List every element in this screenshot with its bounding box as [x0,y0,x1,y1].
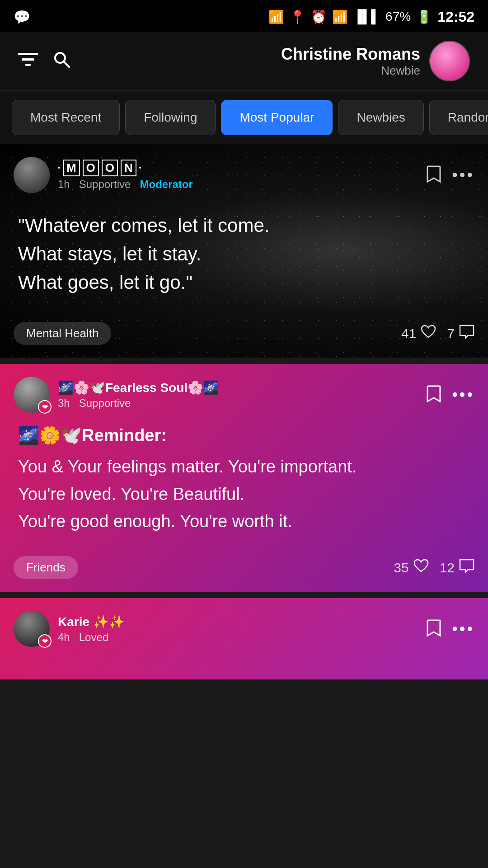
header-nav-icons [18,50,70,72]
post-2-username: 🌌🌸🕊️Fearless Soul🌸🌌 [58,380,219,395]
wifi-icon: 📶 [332,9,348,24]
svg-rect-1 [22,58,34,61]
location-icon: 📍 [290,9,305,24]
post-2-reminder-header: 🌌🌼🕊️Reminder: [18,422,470,449]
user-avatar[interactable] [429,41,470,81]
post-1-comments[interactable]: 7 [447,325,474,342]
post-1-moderator-badge: Moderator [140,178,192,190]
post-2-comment-icon [459,559,474,576]
post-3-meta: 4h Loved [58,631,125,644]
post-1-comment-icon [459,325,474,342]
header-username: Christine Romans [281,45,420,64]
post-2-actions: ••• [427,385,474,404]
signal-bars: ▐▌▌ [353,9,380,24]
sim-icon: 📶 [268,9,284,24]
post-3: ❤ Karie ✨✨ 4h Loved [0,598,488,679]
svg-rect-0 [18,53,38,55]
tab-newbies[interactable]: Newbies [338,100,423,135]
post-1-likes[interactable]: 41 [401,325,436,342]
post-2-line-2: You're loved. You're Beautiful. [18,481,470,508]
app-header: Christine Romans Newbie [0,32,488,91]
svg-rect-2 [25,64,31,66]
post-3-more-icon[interactable]: ••• [452,619,474,638]
post-1-more-icon[interactable]: ••• [452,165,474,184]
post-2-tag[interactable]: Friends [14,556,78,579]
post-2-line-1: You & Your feelings matter. You're impor… [18,453,470,481]
post-1-actions: ••• [427,165,474,184]
post-2-meta: 3h Supportive [58,397,219,410]
status-left: 💬 [14,9,30,25]
search-icon[interactable] [52,50,70,72]
header-user-info: Christine Romans Newbie [281,41,470,81]
post-2-line-3: You're good enough. You're worth it. [18,508,470,535]
post-1-comment-count: 7 [447,326,455,341]
post-3-actions: ••• [427,619,474,638]
post-1-avatar[interactable] [14,157,50,193]
post-2-more-icon[interactable]: ••• [452,385,474,404]
alarm-icon: ⏰ [311,9,327,24]
post-3-author: ❤ Karie ✨✨ 4h Loved [14,611,125,647]
post-2-likes[interactable]: 35 [394,559,428,576]
post-1-author: • M O O N • 1h Supportive Mode [14,157,193,193]
post-2-heart-badge: ❤ [38,400,52,414]
post-1-meta: 1h Supportive Moderator [58,178,193,191]
post-3-heart-badge: ❤ [38,634,52,648]
post-2-heart-icon [413,559,429,576]
tab-random[interactable]: Random [429,100,488,135]
post-2-comment-count: 12 [440,560,455,576]
post-1-quote: "Whatever comes, let it come. What stays… [0,198,488,315]
battery-percent: 67% [385,9,411,24]
post-1-like-count: 41 [401,326,416,341]
post-3-username: Karie ✨✨ [58,614,125,629]
post-1-header: • M O O N • 1h Supportive Mode [0,144,488,198]
post-2-header: ❤ 🌌🌸🕊️Fearless Soul🌸🌌 3h Supportive [0,364,488,417]
post-3-header: ❤ Karie ✨✨ 4h Loved [0,598,488,651]
tab-most-popular[interactable]: Most Popular [221,100,333,135]
post-1: • M O O N • 1h Supportive Mode [0,144,488,358]
post-1-footer: Mental Health 41 7 [0,315,488,358]
post-1-tag[interactable]: Mental Health [14,322,111,345]
status-right: 📶 📍 ⏰ 📶 ▐▌▌ 67% 🔋 12:52 [268,9,474,25]
header-badge: Newbie [281,64,420,78]
post-2-stats: 35 12 [394,559,474,576]
whatsapp-icon: 💬 [14,9,30,25]
post-1-bookmark-icon[interactable] [427,165,441,184]
post-2-like-count: 35 [394,560,408,576]
post-1-stats: 41 7 [401,325,474,342]
post-2-comments[interactable]: 12 [440,559,474,576]
post-2-body: 🌌🌼🕊️Reminder: You & Your feelings matter… [0,417,488,549]
svg-line-4 [64,61,69,67]
post-2: ❤ 🌌🌸🕊️Fearless Soul🌸🌌 3h Supportive [0,364,488,592]
status-bar: 💬 📶 📍 ⏰ 📶 ▐▌▌ 67% 🔋 12:52 [0,0,488,32]
status-time: 12:52 [437,9,474,25]
post-1-username: • M O O N • [58,160,193,176]
filter-icon[interactable] [18,51,38,71]
post-2-author: ❤ 🌌🌸🕊️Fearless Soul🌸🌌 3h Supportive [14,377,219,413]
filter-tabs: Most Recent Following Most Popular Newbi… [0,91,488,144]
post-1-heart-icon [421,325,436,342]
tab-following[interactable]: Following [125,100,216,135]
posts-container: • M O O N • 1h Supportive Mode [0,144,488,679]
post-2-bookmark-icon[interactable] [427,385,441,404]
post-3-bookmark-icon[interactable] [427,619,441,638]
battery-icon: 🔋 [416,9,432,24]
post-2-footer: Friends 35 12 [0,549,488,592]
tab-most-recent[interactable]: Most Recent [12,100,120,135]
